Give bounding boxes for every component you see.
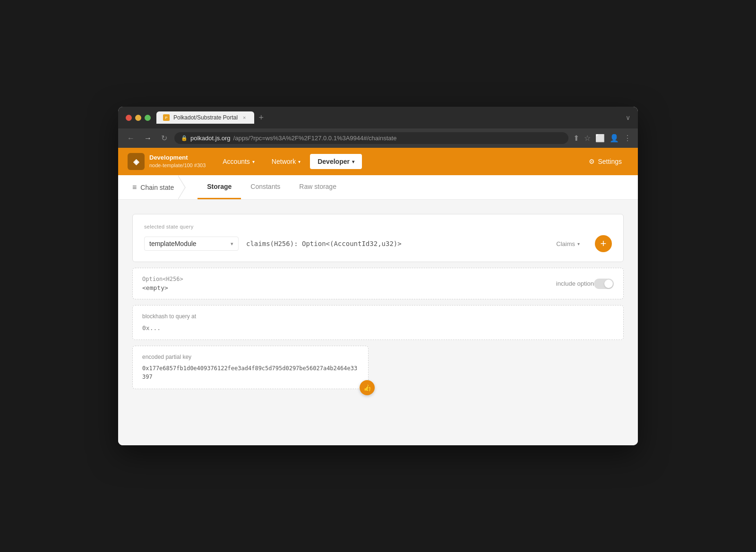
option-type: Option<H256> [142,276,556,282]
tab-close-icon[interactable]: × [241,114,247,121]
menu-icon[interactable]: ⋮ [624,134,631,143]
query-row: templateModule ▾ claims(H256): Option<(A… [144,235,612,252]
title-bar: P Polkadot/Substrate Portal × + ∨ [118,107,638,128]
address-actions: ⬆ ☆ ⬜ 👤 ⋮ [573,134,631,143]
profile-icon[interactable]: 👤 [610,134,619,143]
option-value: <empty> [142,284,556,291]
add-query-button[interactable]: + [595,235,612,252]
nav-menu: Accounts ▾ Network ▾ Developer ▾ [215,154,582,169]
bookmark-icon[interactable]: ☆ [584,134,591,143]
url-bar[interactable]: 🔒 polkadot.js.org /apps/?rpc=ws%3A%2F%2F… [174,132,568,144]
developer-label: Developer [318,158,350,165]
minimize-button[interactable] [135,115,141,121]
tab-favicon: P [163,114,170,121]
network-label: Network [272,158,296,165]
option-card: Option<H256> <empty> include option [132,268,624,299]
claims-badge[interactable]: Claims ▾ [552,238,584,249]
include-option-toggle[interactable] [594,279,614,289]
lock-icon: 🔒 [181,135,188,141]
settings-gear-icon: ⚙ [589,158,595,165]
toggle-thumb [604,280,613,288]
claims-label: Claims [556,240,575,247]
logo-title: Development [149,153,206,162]
blockhash-label: blockhash to query at [142,313,614,320]
tab-constants[interactable]: Constants [241,175,290,199]
module-caret: ▾ [231,241,233,247]
active-tab[interactable]: P Polkadot/Substrate Portal × [156,111,254,124]
title-bar-menu-icon[interactable]: ∨ [626,114,630,121]
accounts-label: Accounts [223,158,250,165]
chain-state-section: ≡ Chain state [132,183,183,192]
favicon-letter: P [165,116,167,120]
query-value: claims(H256): Option<(AccountId32,u32)> [246,240,545,247]
blockhash-card: blockhash to query at [132,305,624,340]
encoded-card: encoded partial key 0x177e6857fb1d0e4093… [132,346,369,389]
tab-storage-label: Storage [207,183,232,190]
chain-state-label-text: Chain state [140,184,174,191]
copy-button[interactable]: 👍 [360,380,375,395]
app-header: ◈ Development node-template/100 #303 Acc… [118,148,638,175]
tab-raw-storage-label: Raw storage [299,183,336,190]
nav-developer[interactable]: Developer ▾ [310,154,362,169]
url-path: /apps/?rpc=ws%3A%2F%2F127.0.0.1%3A9944#/… [233,135,397,142]
maximize-button[interactable] [145,115,151,121]
reader-icon[interactable]: ⬜ [595,134,605,143]
reload-button[interactable]: ↻ [159,133,170,144]
main-content: selected state query templateModule ▾ cl… [118,200,638,445]
tab-bar: P Polkadot/Substrate Portal × + [156,111,620,124]
query-card: selected state query templateModule ▾ cl… [132,214,624,262]
tab-constants-label: Constants [250,183,280,190]
option-left: Option<H256> <empty> [142,276,556,291]
nav-network[interactable]: Network ▾ [264,154,308,169]
logo-sub: node-template/100 #303 [149,162,206,169]
network-caret: ▾ [298,159,301,164]
add-icon: + [601,238,607,250]
tab-storage[interactable]: Storage [198,175,241,199]
blockhash-input[interactable] [142,324,614,331]
browser-window: P Polkadot/Substrate Portal × + ∨ ← → ↻ … [118,107,638,445]
settings-label: Settings [598,158,622,165]
sub-tabs: Storage Constants Raw storage [198,175,346,199]
address-bar: ← → ↻ 🔒 polkadot.js.org /apps/?rpc=ws%3A… [118,128,638,148]
tab-raw-storage[interactable]: Raw storage [290,175,346,199]
encoded-label: encoded partial key [142,354,359,360]
query-card-label: selected state query [144,224,612,229]
logo-text: Development node-template/100 #303 [149,153,206,170]
url-domain: polkadot.js.org [190,135,231,142]
module-name: templateModule [149,240,197,247]
subheader: ≡ Chain state Storage Constants Raw stor… [118,175,638,200]
nav-settings[interactable]: ⚙ Settings [582,154,628,169]
share-icon[interactable]: ⬆ [573,134,579,143]
developer-caret: ▾ [352,159,354,164]
copy-icon: 👍 [363,384,371,391]
forward-button[interactable]: → [142,133,154,144]
include-option-label: include option [556,280,594,287]
module-select[interactable]: templateModule ▾ [144,237,239,251]
encoded-value: 0x177e6857fb1d0e409376122fee3ad4f89c5d79… [142,364,359,381]
app-logo: ◈ Development node-template/100 #303 [128,153,206,170]
new-tab-button[interactable]: + [256,112,267,124]
close-button[interactable] [126,115,132,121]
nav-accounts[interactable]: Accounts ▾ [215,154,262,169]
tab-title: Polkadot/Substrate Portal [173,114,238,121]
chain-state-icon: ≡ [132,183,137,192]
logo-icon: ◈ [128,153,145,170]
back-button[interactable]: ← [125,133,137,144]
option-toggle-row: Option<H256> <empty> include option [142,276,614,291]
window-controls [126,115,151,121]
claims-caret: ▾ [577,241,580,246]
accounts-caret: ▾ [252,159,255,164]
